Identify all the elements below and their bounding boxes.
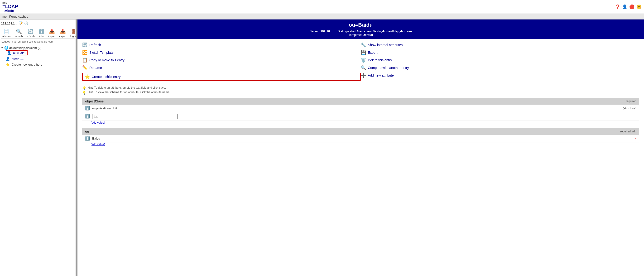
main-layout: 192.168.1... 📝 🕐 📄 schema 🔍 search 🔄 ref… <box>0 20 644 276</box>
attributes-section: objectClass required ℹ️ organizationalUn… <box>78 98 644 154</box>
tree-item-create-new[interactable]: ⭐ Create new entry here <box>6 62 74 67</box>
toolbar-refresh-label: refresh <box>26 35 35 38</box>
attr-row-baidu: ℹ️ Baidu * <box>82 135 639 142</box>
compare-icon: 🔍 <box>361 65 366 70</box>
content-area: ou=Baidu Server: 192.10... Distinguished… <box>78 20 644 276</box>
create-child-icon: ⭐ <box>84 74 90 80</box>
action-create-child[interactable]: ⭐ Create a child entry <box>82 73 361 81</box>
nav-separator: | <box>8 15 9 18</box>
help-icon[interactable]: ❓ <box>615 4 620 10</box>
action-export[interactable]: 💾 Export <box>361 50 639 55</box>
attr-header-ou: ou required, rdn <box>82 128 639 135</box>
dn-label: Distinguished Name: <box>338 30 366 33</box>
action-copy-move-label: Copy or move this entry <box>89 58 124 62</box>
attr-name-objectClass: objectClass <box>85 99 104 103</box>
alert-icon[interactable]: 🔴 <box>629 4 634 10</box>
add-value-objectClass[interactable]: (add value) <box>82 121 639 124</box>
toolbar-search-label: search <box>15 35 23 38</box>
sidebar: 192.168.1... 📝 🕐 📄 schema 🔍 search 🔄 ref… <box>0 20 76 276</box>
attr-required-objectClass: required <box>626 100 636 103</box>
import-icon: 📥 <box>49 28 55 34</box>
toolbar-export[interactable]: 📤 export <box>59 28 66 38</box>
toolbar-schema[interactable]: 📄 schema <box>2 28 11 38</box>
tree-item-ou-baidu-label: ou=Baidu <box>13 51 26 55</box>
hint-1-icon: 💡 <box>82 86 86 90</box>
user-icon[interactable]: 👤 <box>622 4 627 10</box>
toolbar-refresh[interactable]: 🔄 refresh <box>26 28 35 38</box>
action-delete[interactable]: 🗑️ Delete this entry <box>361 58 639 63</box>
export-icon: 📤 <box>60 28 66 34</box>
schema-icon: 📄 <box>4 28 10 34</box>
action-switch-template-label: Switch Template <box>89 51 114 54</box>
server-info: Server: 192.10... Distinguished Name: ou… <box>82 30 639 33</box>
template-value: Default <box>363 33 373 36</box>
attr-section-ou: ou required, rdn ℹ️ Baidu * (add value) <box>82 128 639 146</box>
tree-item-ou-baidu[interactable]: 👤 ou=Baidu <box>6 50 28 56</box>
server-label: Server: <box>310 30 320 33</box>
nav-me[interactable]: me <box>2 15 7 18</box>
add-value-link-ou[interactable]: (add value) <box>91 143 105 146</box>
hint-2: 💡 Hint: To view the schema for an attrib… <box>82 90 361 94</box>
action-add-attr[interactable]: ➕ Add new attribute <box>361 73 639 78</box>
attr-input-top[interactable] <box>92 114 178 119</box>
attr-row-top: ℹ️ <box>82 112 639 121</box>
tree-item-ou-p-label: ou=P...... <box>12 57 24 60</box>
copy-move-icon: 📋 <box>82 58 88 63</box>
switch-template-icon: 🔀 <box>82 50 88 55</box>
tree-root-label: dc=testldap,dc=com (2) <box>9 46 42 50</box>
search-icon: 🔍 <box>16 28 22 34</box>
info-icon-top[interactable]: ℹ️ <box>85 114 90 119</box>
tree-item-create-label: Create new entry here <box>12 63 42 66</box>
add-value-ou[interactable]: (add value) <box>82 142 639 146</box>
action-delete-label: Delete this entry <box>368 58 392 62</box>
attr-row-organizationalUnit: ℹ️ organizationalUnit (structural) <box>82 104 639 112</box>
entry-header: ou=Baidu Server: 192.10... Distinguished… <box>78 20 644 39</box>
action-refresh[interactable]: 🔄 Refresh <box>82 42 361 48</box>
user-icon-ou-p: 👤 <box>6 57 10 60</box>
logo-admin: =admin <box>2 9 18 12</box>
logo: php =LDAP =admin <box>2 2 18 12</box>
user-icon-ou-baidu: 👤 <box>7 51 11 55</box>
attr-value-organizationalUnit: organizationalUnit <box>92 106 610 110</box>
action-compare[interactable]: 🔍 Compare with another entry <box>361 65 639 70</box>
attr-asterisk-baidu: * <box>632 137 636 140</box>
dn-value: ou=Baidu,dc=testldap,dc=com <box>367 30 412 33</box>
add-value-link-objectClass[interactable]: (add value) <box>91 121 105 124</box>
action-switch-template[interactable]: 🔀 Switch Template <box>82 50 361 55</box>
action-copy-move[interactable]: 📋 Copy or move this entry <box>82 58 361 63</box>
toolbar-export-label: export <box>59 35 66 38</box>
action-rename-label: Rename <box>89 66 102 70</box>
info-icon-organizationalUnit[interactable]: ℹ️ <box>85 106 90 110</box>
toolbar-logout[interactable]: 🚪 logout <box>70 28 76 38</box>
action-show-internal[interactable]: 🔧 Show internal attributes <box>361 42 639 48</box>
action-export-label: Export <box>368 51 377 54</box>
toolbar-schema-label: schema <box>2 35 11 38</box>
attr-value-baidu: Baidu <box>92 137 629 140</box>
hint-2-icon: 💡 <box>82 91 86 94</box>
tree-root[interactable]: ▼ 🌐 dc=testldap,dc=com (2) <box>1 46 74 50</box>
rename-icon: ✏️ <box>82 65 88 70</box>
show-internal-icon: 🔧 <box>361 42 366 48</box>
server-edit-icon[interactable]: 📝 <box>19 22 23 25</box>
logged-in-label: Logged in as: cn=admin,dc=testldap,dc=co… <box>1 40 74 43</box>
action-show-internal-label: Show internal attributes <box>368 43 402 47</box>
export-action-icon: 💾 <box>361 50 366 55</box>
refresh-icon: 🔄 <box>28 28 34 34</box>
toolbar-info-label: info <box>39 35 44 38</box>
toolbar-info[interactable]: ℹ️ info <box>38 28 44 38</box>
tree-children: 👤 ou=Baidu 👤 ou=P...... ⭐ Create new ent… <box>6 50 74 67</box>
info-icon-baidu[interactable]: ℹ️ <box>85 136 90 141</box>
server-clock-icon[interactable]: 🕐 <box>24 22 28 25</box>
toolbar-search[interactable]: 🔍 search <box>15 28 23 38</box>
hint-2-text: Hint: To view the schema for an attribut… <box>88 90 170 94</box>
attr-name-ou: ou <box>85 130 89 133</box>
info-icon: ℹ️ <box>38 28 44 34</box>
action-refresh-label: Refresh <box>89 43 101 47</box>
smiley-icon: 😊 <box>636 4 642 10</box>
nav-purge-caches[interactable]: Purge caches <box>9 15 28 18</box>
tree-item-ou-p[interactable]: 👤 ou=P...... <box>6 56 74 61</box>
entry-title: ou=Baidu <box>82 22 639 28</box>
toolbar-import[interactable]: 📥 import <box>48 28 56 38</box>
template-info: Template: Default <box>82 33 639 36</box>
action-rename[interactable]: ✏️ Rename <box>82 65 361 70</box>
